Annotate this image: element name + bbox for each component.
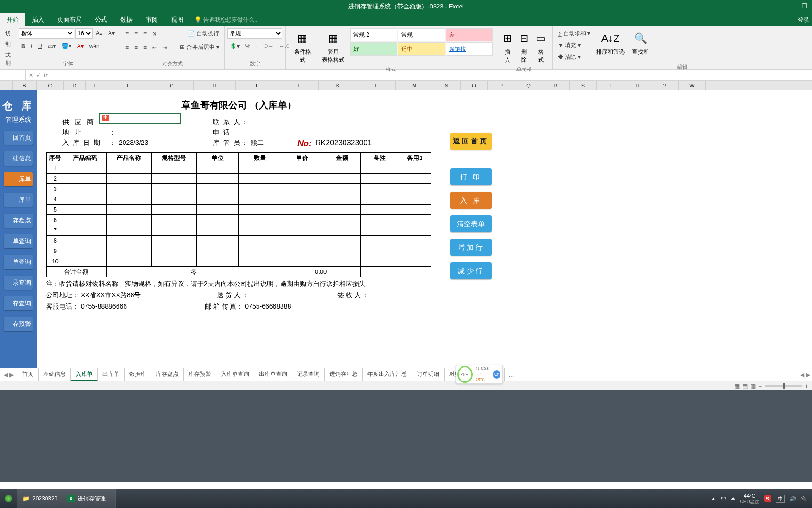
align-right-button[interactable]: ≡ xyxy=(141,43,149,52)
conditional-format-button[interactable]: ▦条件格式 xyxy=(289,28,316,65)
col-header[interactable]: G xyxy=(150,81,194,90)
sheet-tab[interactable]: 年度出入库汇总 xyxy=(363,368,412,381)
sidebar-item-stocktake[interactable]: 存盘点 xyxy=(4,214,33,228)
align-left-button[interactable]: ≡ xyxy=(123,43,131,52)
confirm-icon[interactable]: ✓ xyxy=(36,72,41,79)
taskbar-item-excel[interactable]: X 进销存管理... xyxy=(62,489,116,508)
merge-center-button[interactable]: ⊞ 合并后居中 ▾ xyxy=(178,42,221,53)
comma-button[interactable]: , xyxy=(254,41,260,51)
col-header[interactable]: Q xyxy=(515,81,542,90)
sheet-tab[interactable]: 库存盘点 xyxy=(151,368,184,381)
col-header[interactable]: M xyxy=(396,81,433,90)
ime-indicator-cn[interactable]: 中 xyxy=(776,495,785,503)
bold-button[interactable]: B xyxy=(19,41,28,51)
font-name-select[interactable]: 楷体 xyxy=(19,28,74,39)
table-row[interactable]: 5 xyxy=(47,205,431,215)
col-header[interactable]: D xyxy=(64,81,86,90)
col-header[interactable]: R xyxy=(542,81,570,90)
sheet-tab[interactable]: 订单明细 xyxy=(412,368,445,381)
col-header[interactable]: E xyxy=(86,81,107,90)
col-header[interactable]: I xyxy=(236,81,277,90)
normal-view-button[interactable]: ▦ xyxy=(734,383,740,389)
col-header[interactable]: W xyxy=(679,81,706,90)
wrap-text-button[interactable]: 📄 自动换行 xyxy=(186,28,221,39)
align-center-button[interactable]: ≡ xyxy=(132,43,140,52)
ime-indicator-s[interactable]: S xyxy=(764,495,771,502)
col-header[interactable]: F xyxy=(107,81,150,90)
sheet-tab[interactable]: 基础信息 xyxy=(39,368,71,381)
tray-temp[interactable]: 44°C CPU温度 xyxy=(740,493,759,504)
date-value[interactable]: 2023/3/23 xyxy=(119,139,213,149)
sidebar-item-outbound[interactable]: 库单 xyxy=(4,193,33,207)
sidebar-item-query2[interactable]: 单查询 xyxy=(4,255,33,269)
align-top-button[interactable]: ≡ xyxy=(123,29,131,39)
italic-button[interactable]: I xyxy=(29,41,35,51)
col-header[interactable]: L xyxy=(358,81,396,90)
style-normal2[interactable]: 常规 2 xyxy=(350,28,397,41)
col-header[interactable]: K xyxy=(319,81,358,90)
sidebar-item-stockquery[interactable]: 存查询 xyxy=(4,296,33,310)
sidebar-item-home[interactable]: 回首页 xyxy=(4,131,33,145)
table-row[interactable]: 2 xyxy=(47,174,431,184)
fill-color-button[interactable]: 🪣▾ xyxy=(59,41,74,51)
col-header[interactable]: U xyxy=(624,81,651,90)
style-bad[interactable]: 差 xyxy=(446,28,493,41)
col-header[interactable]: J xyxy=(277,81,319,90)
col-header[interactable]: S xyxy=(570,81,597,90)
increase-font-button[interactable]: A▴ xyxy=(94,29,105,38)
number-format-select[interactable]: 常规 xyxy=(227,28,282,39)
tray-power-icon[interactable]: 🔌 xyxy=(801,496,807,502)
col-header[interactable]: T xyxy=(597,81,624,90)
indent-dec-button[interactable]: ⇤ xyxy=(150,43,159,52)
tray-up-icon[interactable]: ▲ xyxy=(711,496,716,501)
insert-cells-button[interactable]: ⊞插入 xyxy=(499,28,515,65)
phonetic-button[interactable]: wén xyxy=(87,41,102,51)
table-row[interactable]: 9 xyxy=(47,246,431,256)
sort-filter-button[interactable]: A↓Z排序和筛选 xyxy=(593,28,628,63)
style-normal[interactable]: 常规 xyxy=(398,28,445,41)
sidebar-item-basicinfo[interactable]: 础信息 xyxy=(4,151,33,166)
tell-me-search[interactable]: 💡 告诉我您想要做什么... xyxy=(195,16,259,24)
submit-inbound-button[interactable]: 入 库 xyxy=(450,192,492,209)
table-row[interactable]: 1 xyxy=(47,163,431,174)
ribbon-tab-view[interactable]: 视图 xyxy=(164,13,190,27)
border-button[interactable]: ▭▾ xyxy=(46,41,58,51)
indent-inc-button[interactable]: ⇥ xyxy=(160,43,170,52)
sidebar-item-recordquery[interactable]: 录查询 xyxy=(4,276,33,290)
col-header[interactable]: H xyxy=(194,81,236,90)
table-row[interactable]: 10 xyxy=(47,256,431,267)
sidebar-item-alert[interactable]: 存预警 xyxy=(4,317,33,331)
col-header[interactable]: N xyxy=(433,81,461,90)
sidebar-item-query1[interactable]: 单查询 xyxy=(4,234,33,248)
print-button[interactable]: 打 印 xyxy=(450,168,492,185)
format-cells-button[interactable]: ▭格式 xyxy=(532,28,549,65)
font-size-select[interactable]: 16 xyxy=(75,28,93,39)
window-restore-icon[interactable]: ❐ xyxy=(801,2,808,9)
sheet-tabs-more[interactable]: … xyxy=(505,372,518,378)
autosum-button[interactable]: ∑ 自动求和 ▾ xyxy=(555,28,593,39)
zoom-slider[interactable] xyxy=(765,385,802,387)
table-row[interactable]: 8 xyxy=(47,236,431,246)
zoom-in-button[interactable]: + xyxy=(805,383,808,389)
fx-icon[interactable]: fx xyxy=(44,72,48,79)
sheet-tab[interactable]: 出库单查询 xyxy=(254,368,292,381)
sheet-tab-nav-right[interactable]: ◀ ▶ xyxy=(800,372,810,378)
style-hyperlink[interactable]: 超链接 xyxy=(446,42,493,56)
name-box[interactable] xyxy=(0,70,26,80)
cell-styles-gallery[interactable]: 常规 2 常规 差 好 适中 超链接 xyxy=(350,28,493,65)
style-good[interactable]: 好 xyxy=(350,42,397,56)
font-color-button[interactable]: A▾ xyxy=(75,41,86,51)
ribbon-tab-home[interactable]: 开始 xyxy=(0,13,25,27)
table-row[interactable]: 7 xyxy=(47,225,431,236)
decrease-font-button[interactable]: A▾ xyxy=(106,29,117,38)
delete-cells-button[interactable]: ⊟删除 xyxy=(515,28,532,65)
percent-button[interactable]: % xyxy=(243,41,253,51)
cancel-icon[interactable]: ✕ xyxy=(29,72,33,79)
table-row[interactable]: 6 xyxy=(47,215,431,225)
start-button[interactable] xyxy=(0,489,17,508)
clear-form-button[interactable]: 清空表单 xyxy=(450,215,492,232)
col-header[interactable]: O xyxy=(461,81,488,90)
taskbar-item-folder[interactable]: 📁 20230320 xyxy=(17,489,62,508)
table-row[interactable]: 3 xyxy=(47,184,431,194)
sheet-tab[interactable]: 入库单查询 xyxy=(216,368,254,381)
